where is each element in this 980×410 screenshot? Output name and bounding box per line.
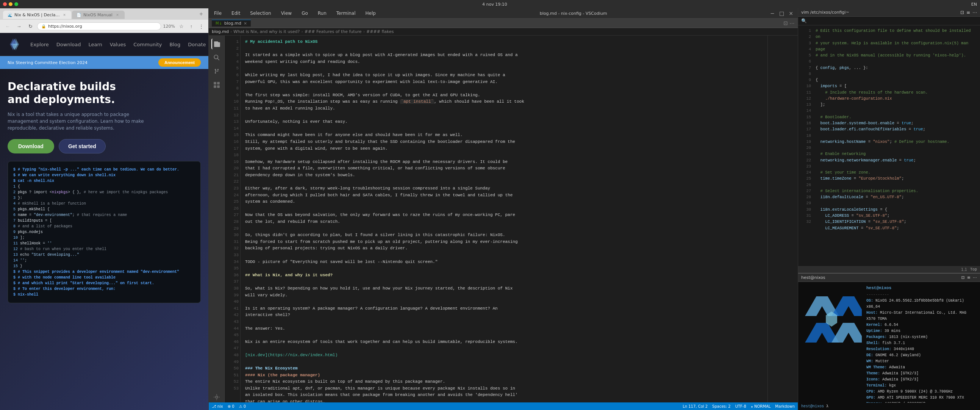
- hero-section: Declarative buildsand deployments. Nix i…: [0, 69, 208, 410]
- editor-line-blank-6: [245, 152, 763, 159]
- menu-run[interactable]: Run: [315, 10, 329, 17]
- new-tab-button[interactable]: +: [197, 10, 205, 18]
- editor-line-blank-1: [245, 45, 763, 52]
- download-button[interactable]: Download: [8, 139, 54, 153]
- more-actions-icon[interactable]: ⋯: [789, 20, 795, 26]
- vim-top-label: Top: [970, 268, 977, 272]
- neofetch-info-os: OS: NixOS 24.05.5562.1bf0bbbe5bbf8 (Uaka…: [866, 298, 977, 310]
- menu-terminal[interactable]: Terminal: [334, 10, 358, 17]
- vim-line-c7: # Set your time zone.: [816, 169, 977, 175]
- nav-community[interactable]: Community: [134, 41, 162, 47]
- code-line-5: 2 pkgs ? import <nixpkgs> { }, # here we…: [13, 190, 195, 195]
- svg-rect-12: [214, 85, 216, 88]
- menu-edit[interactable]: Edit: [229, 10, 242, 17]
- share-button[interactable]: ↑: [187, 22, 196, 30]
- nav-values[interactable]: Values: [110, 41, 126, 47]
- vim-more-icon[interactable]: ⋯: [972, 10, 977, 15]
- settings-icon[interactable]: [212, 392, 222, 402]
- svg-marker-16: [832, 296, 862, 316]
- tab-label-manual: NixOS Manual: [83, 13, 113, 18]
- status-spaces: Spaces: 2: [712, 404, 731, 408]
- url-bar[interactable]: 🔒 https://nixos.org: [37, 22, 161, 30]
- code-line-13: 10 ];: [13, 235, 195, 241]
- vim-line-c4: # Include the results of the hardware sc…: [816, 89, 977, 96]
- extensions-icon[interactable]: [212, 80, 222, 90]
- close-traffic-light[interactable]: [3, 2, 7, 6]
- neofetch-more-icon[interactable]: ⋯: [973, 275, 977, 280]
- tab-close-blog[interactable]: ×: [243, 21, 247, 26]
- nav-explore[interactable]: Explore: [30, 41, 49, 47]
- editor-line-blank-9: [245, 225, 763, 232]
- code-line-2: $ # We can write everything down in shel…: [13, 172, 195, 178]
- vim-search-input[interactable]: [809, 19, 977, 23]
- neofetch-menu-icon[interactable]: ≡: [967, 275, 970, 280]
- code-line-8: 5 pkgs.mkShell {: [13, 206, 195, 212]
- editor-line-blank-2: [245, 65, 763, 72]
- menu-button[interactable]: ⋮: [197, 22, 205, 30]
- git-icon[interactable]: [212, 66, 222, 77]
- breadcrumb-h3: #### flakes: [366, 29, 394, 34]
- neofetch-content: hest@nixos ---------- OS: NixOS 24.05.55…: [798, 282, 980, 403]
- vim-line-28: i18n.extraLocaleSettings = {: [816, 206, 977, 212]
- menu-go[interactable]: Go: [299, 10, 310, 17]
- status-mode: ⬧ NORMAL: [751, 404, 771, 408]
- editor-line-p30: The entire Nix ecosystem is built on top…: [245, 378, 763, 385]
- get-started-button[interactable]: Get started: [59, 139, 106, 153]
- menu-file[interactable]: File: [212, 10, 224, 17]
- neofetch-info-shell: Shell: fish 3.7.1: [866, 340, 977, 346]
- maximize-traffic-light[interactable]: [14, 2, 18, 6]
- neofetch-info-wm-theme: WM Theme: Adwaita: [866, 365, 977, 370]
- maximize-editor[interactable]: □: [778, 10, 786, 16]
- status-errors: ⊗ 0: [228, 404, 234, 408]
- close-editor[interactable]: ×: [787, 10, 795, 16]
- nav-blog[interactable]: Blog: [170, 41, 181, 47]
- code-line-20: $ # with the node command line tool avai…: [13, 275, 195, 281]
- neofetch-split-icon[interactable]: ⊡: [961, 275, 965, 280]
- topbar-right: EN: [971, 2, 977, 7]
- tab-close-nixos[interactable]: ×: [62, 12, 67, 18]
- back-button[interactable]: ←: [3, 22, 12, 31]
- vim-line-11: ];: [816, 102, 977, 108]
- neofetch-info-icons: Icons: Adwaita [GTK2/3]: [866, 376, 977, 383]
- menu-selection[interactable]: Selection: [248, 10, 273, 17]
- code-line-1: $ # Typing "nix-shell -p ..." each time …: [13, 167, 195, 172]
- status-line-col: Ln 117, Col 2: [682, 404, 708, 408]
- editor-sidebar-icons: [209, 36, 224, 402]
- browser-tab-nixos[interactable]: 🌊 Nix & NixOS | Declarative ... ×: [3, 11, 71, 19]
- minimize-traffic-light[interactable]: [9, 2, 13, 6]
- minimize-editor[interactable]: −: [768, 10, 776, 16]
- search-sidebar-icon[interactable]: [212, 52, 222, 63]
- editor-line-p3: While writing my last blog post, I had t…: [245, 72, 763, 79]
- menu-help[interactable]: Help: [363, 10, 378, 17]
- forward-button[interactable]: →: [14, 22, 24, 31]
- nav-learn[interactable]: Learn: [88, 41, 102, 47]
- status-warnings: ⚠ 0: [239, 404, 246, 408]
- vim-line-20: networking.networkmanager.enable = true;: [816, 157, 977, 163]
- split-editor-icon[interactable]: ⊡: [783, 20, 788, 26]
- neofetch-panel: hest@nixos ⊡ ≡ ⋯: [798, 274, 980, 410]
- refresh-button[interactable]: ↻: [26, 22, 35, 31]
- nav-download[interactable]: Download: [56, 41, 81, 47]
- menu-view[interactable]: View: [279, 10, 294, 17]
- browser-panel: 🌊 Nix & NixOS | Declarative ... × 📄 NixO…: [0, 8, 208, 410]
- editor-line-p8: Unfortunately, nothing is ever that easy…: [245, 119, 763, 125]
- vim-split-icon[interactable]: ⊡: [960, 10, 964, 15]
- breadcrumb: blog.md › What is Nix, and why is it use…: [209, 28, 798, 36]
- browser-tab-manual[interactable]: 📄 NixOS Manual ×: [72, 11, 125, 19]
- nav-donate[interactable]: Donate: [188, 41, 206, 47]
- svg-point-4: [214, 55, 218, 59]
- explorer-icon[interactable]: [212, 39, 222, 49]
- nixos-nav-links: Explore Download Learn Values Community …: [30, 41, 206, 47]
- editor-line-link: [nix.dev](https://nix.dev/index.html): [245, 352, 763, 359]
- announcement-button[interactable]: Announcement: [158, 58, 201, 67]
- neofetch-username: hest@nixos: [866, 286, 891, 290]
- vim-menu-icon[interactable]: ≡: [966, 10, 970, 15]
- editor-line-p26: Is it an operating system? A package man…: [245, 305, 763, 312]
- editor-line-p19: out the lot, and rebuild from scratch.: [245, 219, 763, 225]
- editor-tab-blog[interactable]: M↓ blog.md ×: [212, 20, 251, 27]
- main-area: 🌊 Nix & NixOS | Declarative ... × 📄 NixO…: [0, 8, 980, 410]
- star-button[interactable]: ☆: [177, 22, 186, 30]
- tab-close-manual[interactable]: ×: [115, 12, 120, 18]
- code-line-21: $ # and which will print "Start developi…: [13, 281, 195, 286]
- vim-status-bar: 1,1 Top: [798, 266, 980, 273]
